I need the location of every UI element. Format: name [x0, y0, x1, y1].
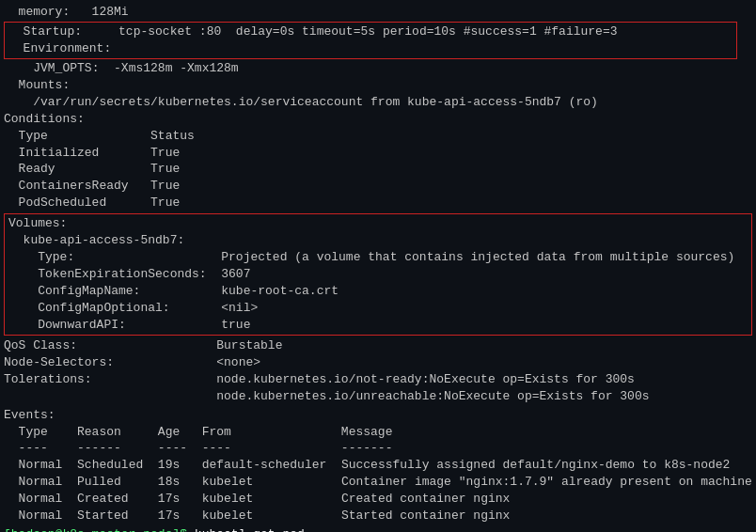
tol-line2: node.kubernetes.io/unreachable:NoExecute…	[0, 388, 756, 405]
vol-tes: TokenExpirationSeconds: 3607	[7, 266, 749, 283]
qos-line: QoS Class: Burstable	[0, 337, 756, 354]
events-label: Events:	[0, 407, 756, 424]
memory-line: memory: 128Mi	[0, 4, 756, 21]
vol-type: Type: Projected (a volume that contains …	[7, 249, 749, 266]
prompt-line-1: [hadoop@k8s-master pods]$ kubectl get po…	[0, 526, 756, 532]
cond-ps: PodScheduled True	[0, 195, 756, 211]
events-header: Type Reason Age From Message	[0, 424, 756, 441]
vol-cmo: ConfigMapOptional: <nil>	[7, 300, 749, 317]
event-row-4: Normal Started 17s kubelet Started conta…	[0, 508, 756, 524]
event-row-1: Normal Scheduled 19s default-scheduler S…	[0, 457, 756, 474]
terminal: memory: 128Mi Startup: tcp-socket :80 de…	[0, 0, 756, 532]
cond-cr: ContainersReady True	[0, 178, 756, 195]
jvm-line: JVM_OPTS: -Xms128m -Xmx128m	[0, 60, 756, 77]
vol-name: kube-api-access-5ndb7:	[7, 232, 749, 249]
volumes-label: Volumes:	[7, 215, 749, 232]
vol-cmn: ConfigMapName: kube-root-ca.crt	[7, 283, 749, 300]
events-sep: ---- ------ ---- ---- -------	[0, 440, 756, 457]
event-row-3: Normal Created 17s kubelet Created conta…	[0, 491, 756, 508]
cond-init: Initialized True	[0, 145, 756, 162]
cond-ready: Ready True	[0, 161, 756, 178]
vol-da: DownwardAPI: true	[7, 317, 749, 334]
event-row-2: Normal Pulled 18s kubelet Container imag…	[0, 474, 756, 491]
tol-line1: Tolerations: node.kubernetes.io/not-read…	[0, 371, 756, 388]
cond-header: Type Status	[0, 128, 756, 145]
mounts-val: /var/run/secrets/kubernetes.io/serviceac…	[0, 94, 756, 111]
mounts-label: Mounts:	[0, 77, 756, 94]
startup-line: Startup: tcp-socket :80 delay=0s timeout…	[8, 23, 732, 40]
nodesel-line: Node-Selectors: <none>	[0, 354, 756, 371]
env-label-line: Environment:	[8, 40, 732, 57]
conditions-label: Conditions:	[0, 111, 756, 128]
